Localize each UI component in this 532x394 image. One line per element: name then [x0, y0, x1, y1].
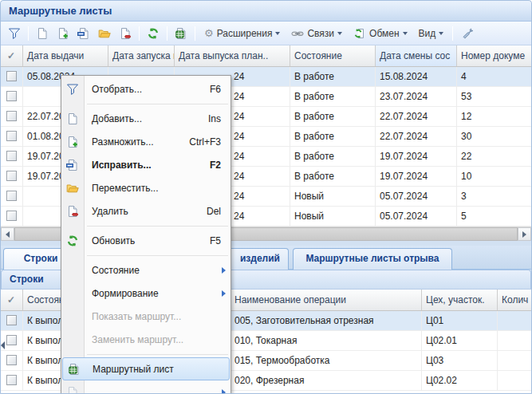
column-header-doc-number[interactable]: Номер докуме: [457, 45, 531, 66]
chevron-down-icon: [403, 32, 408, 35]
delete-document-icon: [119, 27, 132, 40]
column-header-check[interactable]: ✓: [1, 290, 23, 310]
menu-item-shortcut: Ctrl+F3: [189, 136, 231, 148]
row-checkbox[interactable]: [6, 131, 17, 141]
menu-separator: [61, 100, 231, 107]
copy-document-icon: [57, 27, 69, 40]
menu-item-replace-route[interactable]: Заменить маршрут...: [61, 328, 231, 351]
menu-item-route-sheet-report[interactable]: Маршрутный лист: [62, 357, 230, 380]
column-header-plan-release-date[interactable]: Дата выпуска план..: [175, 45, 290, 66]
edit-document-icon: [77, 27, 90, 40]
submenu-arrow-icon: [222, 267, 226, 274]
filter-icon: [66, 83, 79, 96]
excel-export-button[interactable]: [171, 24, 191, 43]
tab-marshrutnye-listy-otryva[interactable]: Маршрутные листы отрыва: [293, 248, 452, 270]
scroll-right-button[interactable]: [518, 227, 531, 241]
edit-button[interactable]: [74, 24, 93, 43]
cell-doc-number: 10: [457, 167, 531, 187]
column-header-operation[interactable]: Наименование операции: [231, 290, 422, 310]
row-checkbox[interactable]: [6, 91, 17, 101]
cell-shop: Ц03: [422, 351, 498, 371]
new-document-icon: [36, 27, 49, 40]
menu-item-label: Формирование: [92, 288, 159, 299]
row-checkbox[interactable]: [6, 171, 17, 181]
menu-item-shortcut: Ins: [208, 113, 231, 124]
menu-item-refresh[interactable]: Обновить F5: [61, 229, 231, 252]
row-checkbox[interactable]: [6, 211, 17, 221]
cell-doc-number: 3: [457, 187, 531, 207]
settings-button[interactable]: [457, 24, 476, 43]
cell-shop: Ц02.02: [422, 371, 498, 391]
arrow-left-icon: [6, 231, 10, 238]
delete-button[interactable]: [116, 24, 135, 43]
extensions-gear-icon: ⚙: [204, 27, 214, 40]
grid-header-row: ✓ Дата выдачи Дата запуска пл Дата выпус…: [1, 45, 531, 67]
cell-state-change-date: 05.07.2024: [376, 207, 457, 227]
cell-doc-number: 4: [457, 67, 531, 87]
cell-state-change-date: 22.07.2024: [376, 107, 457, 127]
column-header-quantity[interactable]: Колич: [498, 290, 531, 310]
cell-shop: Ц02.01: [422, 331, 498, 351]
row-checkbox[interactable]: [6, 355, 17, 365]
exchange-menu-button[interactable]: Обмен: [349, 24, 412, 43]
menu-item-shortcut: F2: [210, 160, 231, 171]
delete-document-icon: [66, 205, 79, 218]
column-header-state[interactable]: Состояние: [290, 45, 376, 66]
cell-doc-number: 12: [457, 107, 531, 127]
view-menu-button[interactable]: Вид: [414, 24, 449, 43]
menu-item-filter[interactable]: Отобрать... F6: [61, 77, 231, 100]
add-button[interactable]: [33, 24, 52, 43]
row-checkbox[interactable]: [6, 151, 17, 161]
links-chain-icon: [291, 27, 304, 40]
edit-document-icon: [66, 159, 79, 171]
row-checkbox[interactable]: [6, 375, 17, 385]
menu-item-label: Удалить: [92, 206, 128, 217]
cell-state: В работе: [290, 147, 376, 167]
move-button[interactable]: [95, 24, 114, 43]
cell-quantity: [498, 351, 531, 371]
cell-quantity: [498, 331, 531, 351]
scroll-left-button[interactable]: [1, 227, 14, 241]
menu-item-add[interactable]: Добавить... Ins: [61, 107, 231, 130]
links-menu-button[interactable]: Связи: [286, 24, 347, 43]
row-checkbox[interactable]: [6, 315, 17, 325]
row-checkbox[interactable]: [6, 111, 17, 121]
column-header-shop[interactable]: Цех, участок.: [422, 290, 498, 310]
cell-doc-number: 22: [457, 147, 531, 167]
menu-item-delete[interactable]: Удалить Del: [61, 199, 231, 223]
row-checkbox[interactable]: [6, 191, 17, 201]
row-checkbox[interactable]: [6, 335, 17, 345]
cell-operation: 005, Заготовительная отрезная: [231, 311, 422, 331]
cell-state-change-date: 23.07.2024: [376, 87, 457, 107]
refresh-button[interactable]: [144, 24, 163, 43]
menu-item-show-route[interactable]: Показать маршрут...: [61, 305, 231, 328]
menu-item-label: Размножить...: [92, 136, 154, 148]
menu-item-partial[interactable]: [61, 380, 231, 394]
duplicate-button[interactable]: [53, 24, 73, 43]
column-header-launch-date[interactable]: Дата запуска пл: [108, 45, 175, 66]
menu-item-edit[interactable]: Исправить... F2: [61, 153, 231, 176]
toolbar-separator: [139, 26, 140, 41]
menu-item-duplicate[interactable]: Размножить... Ctrl+F3: [61, 130, 231, 153]
wrench-settings-icon: [460, 27, 473, 40]
menu-item-label: Состояние: [92, 265, 140, 276]
toolbar-separator: [167, 26, 167, 41]
menu-item-move[interactable]: Переместить...: [61, 176, 231, 199]
menu-item-label: Исправить...: [92, 160, 152, 171]
column-header-issue-date[interactable]: Дата выдачи: [23, 45, 108, 66]
arrow-right-icon: [522, 231, 526, 238]
menu-item-forming[interactable]: Формирование: [61, 282, 231, 305]
column-header-check[interactable]: ✓: [1, 45, 23, 66]
filter-button[interactable]: [5, 24, 24, 43]
extensions-label: Расширения: [217, 28, 273, 39]
bottom-panel-title: Строки: [10, 274, 44, 285]
menu-item-label: Обновить: [92, 235, 135, 246]
menu-item-state[interactable]: Состояние: [61, 258, 231, 282]
column-header-state-change-date[interactable]: Дата смены сос: [376, 45, 457, 66]
cell-doc-number: 5: [457, 207, 531, 227]
extensions-menu-button[interactable]: ⚙ Расширения: [199, 24, 285, 43]
new-document-icon: [66, 112, 79, 125]
chevron-down-icon: [337, 32, 342, 35]
row-checkbox[interactable]: [6, 71, 17, 81]
collapse-panel-arrow[interactable]: [1, 339, 6, 352]
